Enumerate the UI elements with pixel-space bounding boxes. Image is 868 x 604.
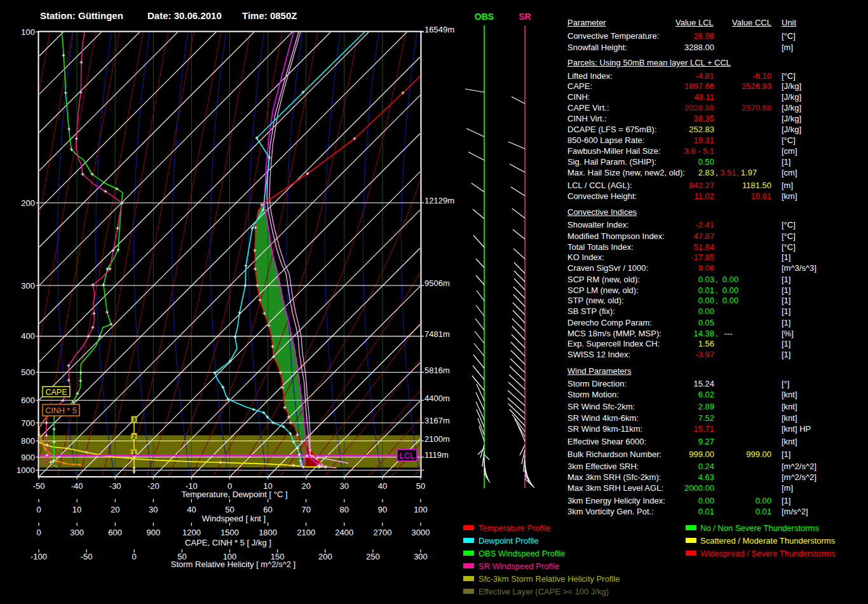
svg-text:CAPE, CINH * 5 [ J/kg ]: CAPE, CINH * 5 [ J/kg ]	[185, 538, 271, 547]
svg-text:Windspeed [ knt ]: Windspeed [ knt ]	[202, 514, 266, 523]
svg-text:1200: 1200	[182, 528, 201, 537]
svg-text:600: 600	[21, 395, 35, 405]
svg-text:-50: -50	[81, 552, 93, 561]
svg-text:1000: 1000	[17, 465, 35, 475]
svg-text:12129m: 12129m	[424, 196, 454, 205]
svg-text:30: 30	[149, 505, 158, 514]
svg-text:2: 2	[132, 434, 135, 440]
svg-text:3: 3	[132, 416, 135, 423]
svg-text:2700: 2700	[373, 528, 391, 537]
svg-text:50: 50	[416, 481, 425, 491]
svg-text:Storm Relative Helicity [ m^2: Storm Relative Helicity [ m^2/s^2 ]	[171, 559, 295, 569]
svg-text:300: 300	[70, 528, 84, 537]
svg-text:0: 0	[36, 505, 41, 514]
svg-text:200: 200	[318, 552, 332, 561]
svg-text:900: 900	[146, 528, 160, 537]
svg-text:1500: 1500	[220, 528, 239, 537]
svg-text:70: 70	[301, 505, 310, 514]
svg-text:400: 400	[21, 331, 35, 341]
svg-text:16549m: 16549m	[424, 25, 454, 34]
svg-text:600: 600	[108, 528, 122, 537]
svg-text:30: 30	[340, 481, 349, 491]
svg-text:-40: -40	[71, 481, 83, 491]
svg-text:5816m: 5816m	[424, 366, 450, 375]
svg-text:20: 20	[111, 505, 119, 514]
svg-text:LCL: LCL	[400, 451, 415, 460]
svg-text:7481m: 7481m	[424, 329, 450, 339]
svg-text:3000: 3000	[412, 528, 430, 537]
svg-text:-100: -100	[31, 552, 47, 561]
svg-text:CAPE: CAPE	[45, 388, 67, 397]
svg-text:1800: 1800	[259, 528, 277, 537]
svg-text:2100: 2100	[297, 528, 315, 537]
svg-text:3167m: 3167m	[424, 416, 450, 425]
svg-text:OBS: OBS	[475, 11, 494, 22]
svg-text:2400: 2400	[335, 528, 353, 537]
svg-text:20: 20	[301, 481, 310, 491]
svg-text:800: 800	[21, 436, 35, 446]
svg-text:0: 0	[36, 528, 41, 537]
svg-text:500: 500	[21, 367, 35, 377]
svg-text:1119m: 1119m	[424, 450, 449, 460]
svg-text:250: 250	[366, 552, 380, 561]
svg-text:-30: -30	[109, 481, 121, 491]
svg-text:CINH * 5: CINH * 5	[45, 406, 76, 415]
svg-text:300: 300	[414, 552, 428, 561]
svg-text:SR: SR	[519, 11, 531, 22]
svg-text:300: 300	[21, 281, 35, 291]
svg-text:-20: -20	[147, 481, 159, 491]
svg-text:0: 0	[132, 552, 137, 561]
svg-text:4400m: 4400m	[424, 394, 450, 403]
svg-text:80: 80	[340, 505, 349, 514]
svg-text:-50: -50	[33, 481, 45, 491]
svg-text:90: 90	[378, 505, 387, 514]
svg-text:200: 200	[21, 198, 35, 208]
svg-text:40: 40	[187, 505, 196, 514]
svg-text:700: 700	[21, 418, 35, 428]
svg-text:9506m: 9506m	[424, 278, 450, 288]
svg-text:100: 100	[21, 27, 35, 37]
svg-text:Temperature, Dewpoint [ °C ]: Temperature, Dewpoint [ °C ]	[181, 490, 287, 499]
svg-text:10: 10	[72, 505, 81, 514]
svg-text:40: 40	[378, 481, 387, 491]
svg-text:100: 100	[414, 505, 428, 514]
svg-text:2100m: 2100m	[424, 434, 450, 444]
svg-text:900: 900	[21, 453, 35, 462]
